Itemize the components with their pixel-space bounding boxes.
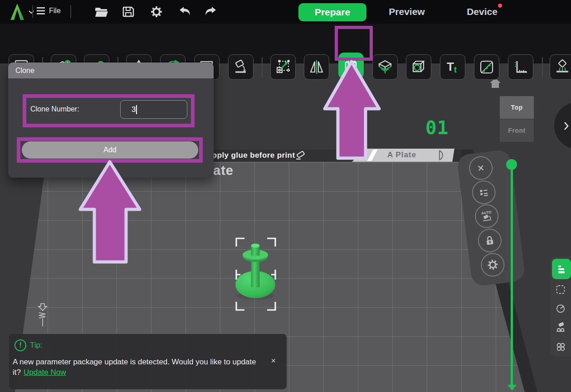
auto-orient-button[interactable]: AUTO <box>473 203 500 229</box>
print-settings-tab-active[interactable] <box>552 259 571 279</box>
split-icon <box>377 59 393 75</box>
section-slider-end-arrow <box>508 385 517 391</box>
clone-dialog-titlebar: Clone <box>8 63 214 78</box>
speed-settings-tab[interactable] <box>555 303 566 314</box>
redo-button[interactable] <box>204 6 218 17</box>
topbar-divider <box>32 5 33 18</box>
mirror-tool-button[interactable] <box>304 54 329 80</box>
tip-notification: ! Tip: A new parameter package update is… <box>9 334 287 389</box>
speedometer-icon <box>555 303 566 314</box>
view-top-button[interactable]: Top <box>500 96 534 119</box>
auto-label: AUTO <box>481 210 492 216</box>
tip-close-button[interactable]: × <box>271 357 276 365</box>
view-front-button[interactable]: Front <box>500 119 534 142</box>
settings-rail <box>550 256 571 357</box>
lay-flat-tool-button[interactable] <box>228 54 254 80</box>
text-tool-glyph-big: T <box>447 60 454 73</box>
clover-icon <box>555 341 566 352</box>
file-menu-button[interactable]: File <box>36 6 61 15</box>
settings-button[interactable] <box>150 5 163 19</box>
device-notification-badge <box>498 4 502 8</box>
redo-arrow-icon <box>204 6 218 17</box>
deselect-button[interactable] <box>468 155 494 181</box>
object-settings-button[interactable] <box>479 252 506 278</box>
save-button[interactable] <box>122 5 135 18</box>
scale-tool-button[interactable] <box>270 54 296 80</box>
object-list-icon <box>477 185 491 199</box>
tab-prepare[interactable]: Prepare <box>298 3 366 21</box>
section-slider-knob[interactable] <box>506 159 517 170</box>
toolbar-divider <box>542 57 543 77</box>
chevron-down-icon <box>28 10 34 14</box>
tip-title: Tip: <box>30 341 43 350</box>
plate-edge-note: apply glue before print <box>208 151 295 160</box>
paint-tool-button[interactable] <box>474 54 499 80</box>
undo-button[interactable] <box>178 6 191 17</box>
plate-surface-label: ate <box>213 163 234 178</box>
top-menu-bar: File <box>0 0 571 24</box>
text-tool-glyph-small: t <box>454 65 457 74</box>
folder-open-icon <box>94 5 109 18</box>
auto-orient-icon: AUTO <box>479 209 494 223</box>
gear-icon <box>150 5 163 19</box>
support-icon <box>555 59 570 75</box>
measure-tool-button[interactable] <box>508 54 533 80</box>
update-now-link[interactable]: Update Now <box>24 368 66 377</box>
highlight-box-clone-tool <box>335 26 373 61</box>
support-settings-tab[interactable] <box>555 322 566 333</box>
measure-ruler-icon <box>513 59 528 75</box>
section-slider-track[interactable] <box>511 169 513 385</box>
edit-note-icon[interactable] <box>295 151 307 163</box>
plate-settings-tab[interactable] <box>555 284 566 295</box>
topbar-divider <box>70 5 71 18</box>
highlight-box-clone-number-row <box>23 94 195 127</box>
chevron-right-icon <box>564 121 569 131</box>
text-tool-icon: T t <box>445 59 460 75</box>
gear-icon <box>486 258 500 272</box>
brand-logo-icon <box>9 3 25 21</box>
boolean-cube-icon <box>411 59 426 75</box>
close-x-icon <box>474 161 488 174</box>
tip-message: A new parameter package update is detect… <box>13 357 265 377</box>
add-text-tool-button[interactable]: T t <box>440 54 465 80</box>
paint-icon <box>479 59 494 75</box>
lock-button[interactable] <box>477 227 503 254</box>
view-orientation-control: Top Front <box>500 96 534 142</box>
lock-icon <box>483 233 497 247</box>
slicer-app-window: File <box>0 0 571 392</box>
open-file-button[interactable] <box>94 5 109 18</box>
plate-tab-curl-icon <box>438 150 444 163</box>
app-logo-button[interactable] <box>9 3 34 21</box>
more-settings-tab[interactable] <box>555 341 566 352</box>
support-tool-button[interactable] <box>550 54 571 80</box>
tip-alert-icon: ! <box>15 339 26 351</box>
boolean-tool-button[interactable] <box>406 54 431 80</box>
save-floppy-icon <box>122 5 135 18</box>
toolbar-divider <box>262 57 263 77</box>
scale-icon <box>275 59 291 75</box>
selection-brackets <box>235 237 277 311</box>
mirror-icon <box>309 59 324 75</box>
support-paint-icon <box>555 322 566 333</box>
split-tool-button[interactable] <box>372 54 398 80</box>
dashed-plate-icon <box>555 284 566 295</box>
undo-arrow-icon <box>178 6 191 17</box>
plate-tab-a-plate[interactable]: A Plate <box>349 149 454 162</box>
clone-dialog-title: Clone <box>15 67 34 75</box>
file-menu-label: File <box>49 7 61 15</box>
tab-preview[interactable]: Preview <box>382 0 432 24</box>
wipe-area-icon <box>35 303 51 326</box>
prepare-toolbar: T t <box>0 24 571 63</box>
highlight-box-add-button <box>17 137 203 163</box>
lay-flat-icon <box>233 59 249 75</box>
settings-list-icon <box>556 264 567 275</box>
object-list-button[interactable] <box>471 179 497 205</box>
hamburger-menu-icon <box>36 6 46 15</box>
plate-number: 01 <box>425 117 449 139</box>
